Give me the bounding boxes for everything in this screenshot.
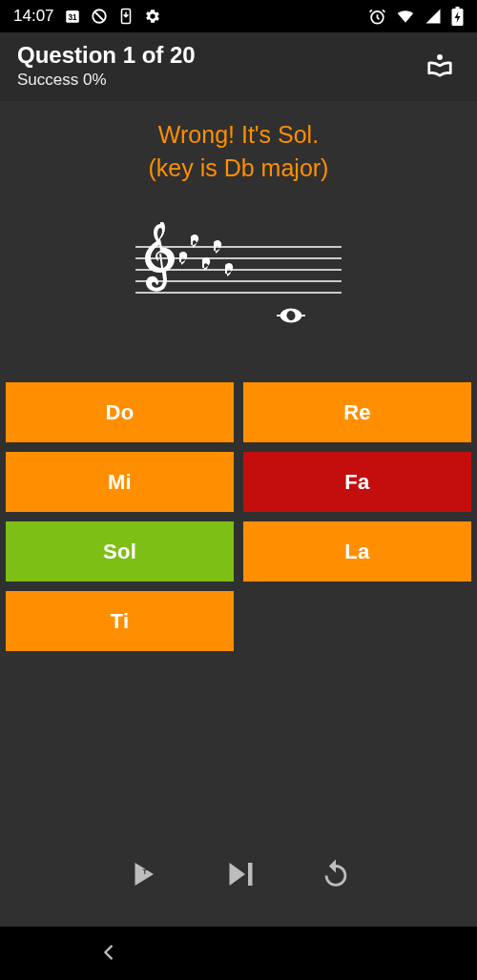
answer-la[interactable]: La [243, 521, 471, 582]
svg-text:T: T [142, 868, 147, 876]
playback-controls: T [0, 832, 477, 900]
main-content: Wrong! It's Sol. (key is Db major) [0, 101, 477, 927]
app-bar: Question 1 of 20 Success 0% [0, 32, 477, 101]
feedback-line2: (key is Db major) [0, 152, 477, 185]
library-button[interactable] [420, 45, 460, 88]
answer-label: La [344, 540, 369, 564]
replay-button[interactable] [314, 851, 358, 900]
next-button[interactable] [217, 851, 262, 900]
answer-label: Do [106, 400, 135, 425]
feedback-message: Wrong! It's Sol. (key is Db major) [0, 118, 477, 184]
feedback-line1: Wrong! It's Sol. [0, 118, 477, 152]
play-icon: T [125, 880, 159, 894]
answer-label: Fa [344, 470, 369, 495]
app-bar-text: Question 1 of 20 Success 0% [17, 42, 196, 90]
svg-text:31: 31 [68, 13, 77, 22]
wifi-icon [396, 8, 415, 25]
music-staff [0, 222, 477, 337]
system-nav-bar [0, 927, 477, 980]
status-bar-right [368, 7, 464, 26]
answer-label: Ti [111, 609, 130, 634]
cell-signal-icon [425, 8, 442, 25]
staff-svg [135, 222, 342, 337]
system-update-icon [117, 8, 135, 25]
chevron-left-icon [98, 951, 119, 966]
library-reader-icon [425, 68, 454, 82]
battery-charging-icon [451, 7, 464, 26]
page-title: Question 1 of 20 [17, 42, 196, 69]
answer-sol[interactable]: Sol [6, 521, 234, 582]
answer-ti[interactable]: Ti [6, 591, 234, 651]
answer-label: Mi [108, 470, 132, 495]
status-bar: 14:07 31 [0, 0, 477, 32]
whole-note [277, 309, 305, 322]
status-time: 14:07 [13, 7, 54, 26]
alarm-icon [368, 8, 386, 26]
skip-next-icon [222, 880, 257, 894]
answer-fa[interactable]: Fa [243, 452, 471, 512]
answer-label: Sol [103, 540, 136, 564]
answer-re[interactable]: Re [243, 382, 471, 442]
status-bar-left: 14:07 31 [13, 7, 161, 26]
play-button[interactable]: T [119, 851, 165, 900]
calendar-31-icon: 31 [64, 8, 81, 25]
replay-icon [320, 879, 352, 893]
key-signature [179, 222, 233, 276]
svg-point-8 [437, 54, 443, 60]
answer-do[interactable]: Do [6, 382, 234, 442]
success-rate: Success 0% [17, 71, 196, 90]
svg-line-3 [94, 12, 103, 21]
svg-rect-7 [456, 7, 460, 10]
settings-icon [144, 8, 161, 25]
answer-grid: Do Re Mi Fa Sol La Ti [0, 382, 477, 651]
do-not-disturb-icon [91, 8, 108, 25]
nav-back-button[interactable] [70, 942, 148, 966]
answer-label: Re [343, 400, 371, 425]
answer-mi[interactable]: Mi [6, 452, 234, 512]
